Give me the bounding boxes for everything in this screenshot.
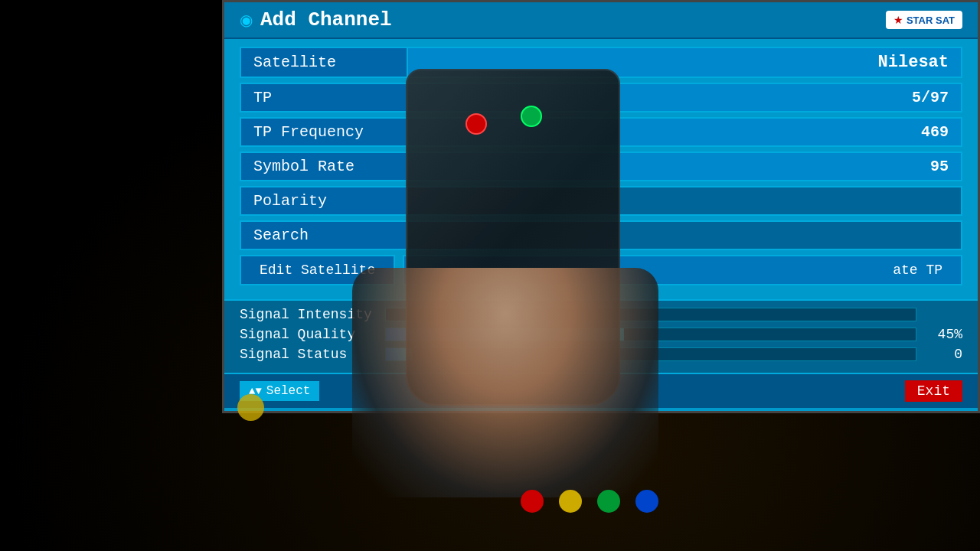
symbol-rate-label: Symbol Rate [240,152,408,181]
remote-red-button [466,113,487,135]
yellow-indicator [237,394,264,421]
tp-label: TP [240,83,408,112]
remote-red-color-btn [521,490,544,513]
brand-logo: ★ STAR SAT [886,11,962,29]
remote-green-button [521,106,542,127]
edit-satellite-button[interactable]: Edit Satellite [240,255,395,285]
signal-status-value: 0 [924,347,962,362]
remote-yellow-color-btn [559,490,582,513]
remote-green-color-btn [597,490,620,513]
search-label: Search [240,220,408,250]
remote-blue-color-btn [635,490,658,513]
remote-control [406,69,620,406]
brand-star-icon: ★ [893,14,903,26]
signal-status-label: Signal Status [240,347,377,362]
back-arrow-icon: ◉ [240,11,253,29]
signal-intensity-label: Signal Intensity [240,307,377,322]
tp-frequency-label: TP Frequency [240,117,408,147]
brand-name: STAR SAT [906,15,955,26]
satellite-label: Satellite [240,47,408,78]
exit-button[interactable]: Exit [905,380,962,402]
signal-quality-label: Signal Quality [240,327,377,342]
title-bar: ◉ Add Channel ★ STAR SAT [224,2,978,39]
select-label: Select [266,384,311,398]
signal-quality-percent: 45% [924,327,962,342]
polarity-label: Polarity [240,186,408,216]
page-title: Add Channel [260,8,392,31]
remote-color-buttons [521,490,658,513]
